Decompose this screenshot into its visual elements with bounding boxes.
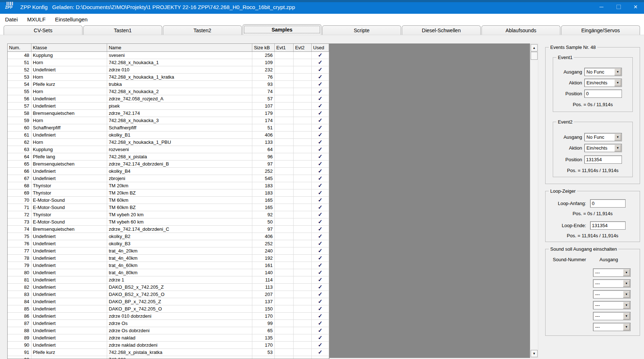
table-row[interactable]: 82UndefiniertDAKO_BS2_x_742.205_Z113✓ (8, 284, 329, 291)
chevron-down-icon[interactable]: ▼ (614, 68, 621, 75)
table-row[interactable]: 48Kupplungsveseni256✓ (8, 52, 329, 59)
menu-item-einstellungen[interactable]: Einstellungen (51, 15, 92, 24)
table-row[interactable]: 72ThyristorTM vybeh 20 km92✓ (8, 211, 329, 218)
chevron-down-icon[interactable]: ▼ (623, 302, 630, 309)
column-header-name[interactable]: Name (107, 44, 252, 52)
cell (294, 160, 312, 168)
cell (275, 320, 294, 327)
event1-ausgang-combo[interactable]: No Func ▼ (584, 68, 622, 76)
column-header-size-kb[interactable]: Size kB (252, 44, 275, 52)
event2-aktion-combo[interactable]: Ein/rechts ▼ (584, 144, 622, 152)
table-row[interactable]: 90Undefiniertzdrze naklad dobrzdeni170✓ (8, 342, 329, 349)
event2-ausgang-combo[interactable]: No Func ▼ (584, 133, 622, 141)
column-header-evt2[interactable]: Evt2 (294, 44, 312, 52)
chevron-down-icon[interactable]: ▼ (623, 291, 630, 298)
chevron-down-icon[interactable]: ▼ (623, 280, 630, 287)
table-row[interactable]: 74Bremsenquietschenzdrze_742.174_dobrzde… (8, 226, 329, 233)
output-combo-2[interactable]: ---▼ (593, 279, 631, 288)
table-row[interactable]: 56Undefiniertzdrze_742.058_rozjezd_A57✓ (8, 95, 329, 103)
column-header-used[interactable]: Used (312, 44, 329, 52)
table-row[interactable]: 65Bremsenquietschenzdrze_742.174_dobrzde… (8, 160, 329, 168)
event1-position-input[interactable] (584, 89, 622, 98)
output-combo-3[interactable]: ---▼ (593, 290, 631, 299)
table-row[interactable]: 88Undefiniertzdrze Os dobrzdeni65✓ (8, 327, 329, 334)
table-row[interactable]: 53Horn742.268_x_houkacka_1_kratka76✓ (8, 74, 329, 81)
tab-diesel-schwellen[interactable]: Diesel-Schwellen (402, 25, 481, 35)
table-row[interactable]: 80Undefinierttrat_4n_80km140✓ (8, 269, 329, 276)
scrollbar-thumb[interactable] (531, 52, 538, 60)
cell (275, 74, 294, 81)
table-row[interactable]: 66Undefiniertokolky_B4252✓ (8, 168, 329, 175)
event2-position-input[interactable] (584, 155, 622, 164)
table-row[interactable]: 68ThyristorTM 20km183✓ (8, 182, 329, 189)
cell (275, 189, 294, 197)
chevron-down-icon[interactable]: ▼ (623, 269, 630, 276)
checkmark-icon: ✓ (318, 160, 323, 167)
tab-cv-sets[interactable]: CV-Sets (4, 25, 83, 35)
table-row[interactable]: 86Undefiniertzdrze 010 dobrzdeni170✓ (8, 313, 329, 320)
tab-samples[interactable]: Samples (243, 24, 321, 35)
table-row[interactable]: 52Undefiniertzdrze 010232✓ (8, 66, 329, 74)
tab-tasten1[interactable]: Tasten1 (83, 25, 162, 35)
table-row[interactable]: 69ThyristorTM 20km BZ183✓ (8, 189, 329, 197)
table-row[interactable]: 59Horn742.268_x_houkacka_3174✓ (8, 117, 329, 124)
chevron-down-icon[interactable]: ▼ (614, 145, 621, 151)
table-row[interactable]: 55Horn742.268_x_houkacka_274✓ (8, 88, 329, 95)
column-header-num[interactable]: Num. (8, 44, 31, 52)
table-row[interactable]: 75Undefiniertokolky_B2406✓ (8, 233, 329, 240)
loop-anfang-input[interactable] (590, 199, 626, 208)
event2-group: Event2 Ausgang No Func ▼ Aktion Ein/rech… (553, 122, 633, 177)
table-row[interactable]: 85UndefiniertDAKO_BP_x_742.205_O150✓ (8, 305, 329, 313)
minimize-button[interactable] (593, 0, 610, 14)
table-row[interactable]: 73E-Motor-SoundTM vybeh 60 km50✓ (8, 218, 329, 226)
table-row[interactable]: 79Undefinierttrat_4n_60km161✓ (8, 262, 329, 269)
maximize-button[interactable] (610, 0, 627, 14)
scroll-down-icon[interactable]: ▼ (531, 350, 538, 357)
table-row[interactable]: 87Undefiniertzdrze Os99✓ (8, 320, 329, 327)
table-row[interactable]: 70E-Motor-SoundTM 60km165✓ (8, 197, 329, 204)
close-button[interactable]: ✕ (627, 0, 644, 14)
table-row[interactable]: 54Pfeife kurztrubka93✓ (8, 81, 329, 88)
output-combo-6[interactable]: ---▼ (593, 323, 631, 331)
table-row[interactable]: 61Undefiniertokolky_B1406✓ (8, 132, 329, 139)
output-combo-5[interactable]: ---▼ (593, 312, 631, 320)
tab-tasten2[interactable]: Tasten2 (163, 25, 242, 35)
table-row[interactable]: 57Undefiniertpisek107✓ (8, 103, 329, 110)
column-header-evt1[interactable]: Evt1 (275, 44, 294, 52)
table-row[interactable]: 62Horn742.268_x_houkacka_1_PBU133✓ (8, 139, 329, 146)
table-row[interactable]: 81Undefiniertzdrze 1114✓ (8, 276, 329, 284)
table-row[interactable]: 76Undefiniertokolky_B3252✓ (8, 240, 329, 247)
table-row[interactable]: 51Horn742.268_x_houkacka_1109✓ (8, 59, 329, 66)
cell: 57 (252, 95, 275, 103)
chevron-down-icon[interactable]: ▼ (614, 134, 621, 141)
menu-item-datei[interactable]: Datei (1, 15, 22, 24)
table-row[interactable]: 60SchaffnerpfiffSchaffnerpfiff51✓ (8, 124, 329, 132)
tab-ablaufsounds[interactable]: Ablaufsounds (481, 25, 560, 35)
tab-eing-nge-servos[interactable]: Eingänge/Servos (561, 25, 640, 35)
table-row[interactable]: 89Undefiniertzdrze naklad135✓ (8, 334, 329, 342)
table-row[interactable]: 91Pfeife kurz742.268_x_pistala_kratka53✓ (8, 349, 329, 356)
chevron-down-icon[interactable]: ▼ (614, 79, 621, 86)
event1-aktion-combo[interactable]: Ein/rechts ▼ (584, 79, 622, 87)
scroll-up-icon[interactable]: ▲ (531, 44, 538, 51)
table-row[interactable]: 58Bremsenquietschenzdrze_742.174179✓ (8, 110, 329, 117)
table-row[interactable]: 83UndefiniertDAKO_BS2_x_742.205_O207✓ (8, 291, 329, 298)
table-row[interactable]: 63Kupplungrozveseni64✓ (8, 146, 329, 153)
table-row[interactable]: 78Undefinierttrat_4n_40km192✓ (8, 255, 329, 262)
cell-used: ✓ (312, 218, 329, 226)
table-row[interactable]: 67Undefiniertzbrojeni545✓ (8, 175, 329, 182)
chevron-down-icon[interactable]: ▼ (623, 313, 630, 320)
output-combo-4[interactable]: ---▼ (593, 301, 631, 309)
table-row[interactable]: 71E-Motor-SoundTM 60km BZ165✓ (8, 204, 329, 211)
table-row[interactable]: 77Undefinierttrat_4n_20km240✓ (8, 247, 329, 255)
loop-ende-input[interactable] (590, 221, 626, 230)
output-combo-1[interactable]: ---▼ (593, 268, 631, 277)
column-header-klasse[interactable]: Klasse (31, 44, 108, 52)
chevron-down-icon[interactable]: ▼ (623, 323, 630, 330)
table-scrollbar[interactable]: ▲ ▼ (530, 43, 538, 358)
table-row[interactable]: 84UndefiniertDAKO_BP_x_742.205_Z137✓ (8, 298, 329, 305)
cell-used: ✓ (312, 110, 329, 117)
menu-item-mxulf[interactable]: MXULF (23, 15, 50, 24)
tab-scripte[interactable]: Scripte (322, 25, 401, 35)
table-row[interactable]: 64Pfeife lang742.268_x_pistala96✓ (8, 153, 329, 160)
